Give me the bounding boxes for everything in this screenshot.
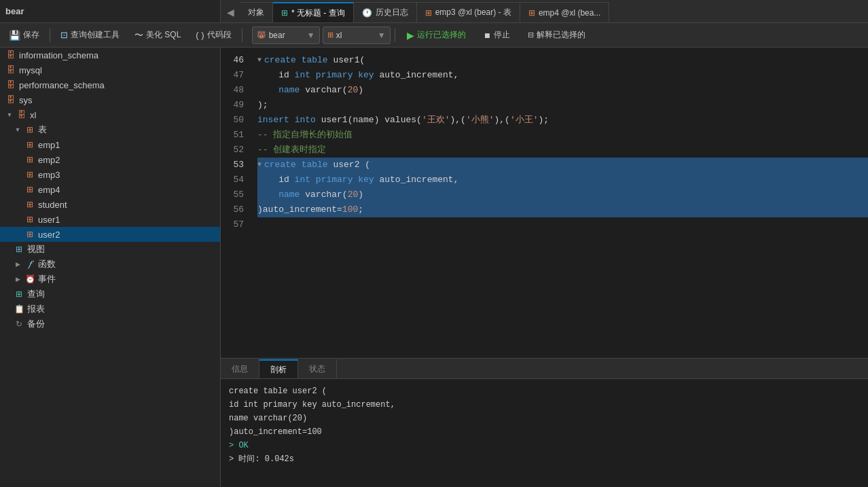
bottom-tab-analyze[interactable]: 剖析 bbox=[259, 359, 298, 378]
code-line-56: )auto_increment=100; bbox=[257, 202, 868, 217]
sidebar-item-performance-schema[interactable]: 🗄 performance_schema bbox=[0, 77, 220, 92]
schema-selector-value: xl bbox=[336, 31, 342, 40]
event-icon: ⏰ bbox=[24, 274, 35, 285]
toolbar-sep-2 bbox=[242, 29, 242, 42]
sidebar-item-information-schema[interactable]: 🗄 information_schema bbox=[0, 48, 220, 62]
db-selector-icon: 🐻 bbox=[257, 31, 266, 39]
code-button[interactable]: ( ) 代码段 bbox=[189, 26, 237, 44]
sidebar-item-label: 视图 bbox=[27, 243, 45, 255]
editor-content[interactable]: 46 47 48 49 50 51 52 53 54 55 56 57 ▼cre… bbox=[221, 48, 868, 358]
bottom-line-5: > OK bbox=[229, 439, 860, 452]
sidebar-item-sys[interactable]: 🗄 sys bbox=[0, 92, 220, 107]
tab-emp3-label: emp3 @xl (bear) - 表 bbox=[435, 7, 511, 18]
function-icon: 𝑓 bbox=[24, 259, 35, 270]
explain-button[interactable]: ⊟ 解释已选择的 bbox=[520, 26, 593, 44]
table-icon: ⊞ bbox=[24, 139, 35, 150]
save-label: 保存 bbox=[23, 29, 39, 41]
sidebar-item-emp4[interactable]: ⊞ emp4 bbox=[0, 182, 220, 197]
sidebar-item-xl-functions[interactable]: ▶ 𝑓 函数 bbox=[0, 257, 220, 272]
db-icon: 🗄 bbox=[5, 94, 16, 105]
sidebar-item-xl-events[interactable]: ▶ ⏰ 事件 bbox=[0, 272, 220, 287]
tab-query-label: * 无标题 - 查询 bbox=[291, 7, 345, 19]
line-47: 47 bbox=[221, 68, 252, 83]
sidebar-item-mysql[interactable]: 🗄 mysql bbox=[0, 62, 220, 77]
bottom-line-3: name varchar(20) bbox=[229, 412, 860, 425]
sidebar-item-label: sys bbox=[19, 95, 33, 105]
sidebar-item-xl-backup[interactable]: ↻ 备份 bbox=[0, 317, 220, 331]
db-selector[interactable]: 🐻 bear ▼ bbox=[252, 26, 320, 44]
right-panel: 46 47 48 49 50 51 52 53 54 55 56 57 ▼cre… bbox=[221, 48, 868, 487]
editor[interactable]: 46 47 48 49 50 51 52 53 54 55 56 57 ▼cre… bbox=[221, 48, 868, 358]
tab-history-label: 历史日志 bbox=[376, 7, 408, 18]
stop-icon: ⏹ bbox=[484, 31, 491, 39]
query-icon: ⊞ bbox=[14, 289, 24, 300]
sidebar-item-label: emp1 bbox=[38, 140, 60, 150]
bottom-tab-info[interactable]: 信息 bbox=[221, 359, 259, 378]
bottom-tab-analyze-label: 剖析 bbox=[270, 364, 287, 376]
tab-query-icon: ⊞ bbox=[281, 8, 288, 18]
tab-query-untitled[interactable]: ⊞ * 无标题 - 查询 bbox=[273, 2, 354, 22]
save-button[interactable]: 💾 保存 bbox=[3, 26, 46, 44]
schema-selector-arrow: ▼ bbox=[378, 31, 386, 40]
line-numbers: 46 47 48 49 50 51 52 53 54 55 56 57 bbox=[221, 48, 252, 358]
sidebar: 🗄 information_schema 🗄 mysql 🗄 performan… bbox=[0, 48, 221, 487]
bottom-tab-status-label: 状态 bbox=[309, 363, 325, 375]
sidebar-item-label: performance_schema bbox=[19, 80, 105, 90]
sidebar-item-label: 报表 bbox=[27, 303, 45, 315]
sidebar-item-student[interactable]: ⊞ student bbox=[0, 197, 220, 212]
code-line-54: id int primary key auto_increment, bbox=[257, 173, 868, 187]
schema-selector[interactable]: ⊞ xl ▼ bbox=[323, 26, 391, 44]
sidebar-item-xl-queries[interactable]: ⊞ 查询 bbox=[0, 287, 220, 302]
tab-emp3[interactable]: ⊞ emp3 @xl (bear) - 表 bbox=[417, 2, 520, 22]
run-button[interactable]: ▶ 运行已选择的 bbox=[399, 26, 473, 44]
db-icon: 🗄 bbox=[5, 79, 16, 90]
sidebar-item-emp3[interactable]: ⊞ emp3 bbox=[0, 167, 220, 182]
sidebar-item-label: 事件 bbox=[38, 273, 56, 285]
query-builder-button[interactable]: ⊡ 查询创建工具 bbox=[54, 26, 126, 44]
sidebar-item-xl-views[interactable]: ⊞ 视图 bbox=[0, 242, 220, 257]
sidebar-item-label: mysql bbox=[19, 65, 42, 75]
line-57: 57 bbox=[221, 217, 252, 232]
bottom-tab-info-label: 信息 bbox=[232, 363, 248, 375]
tab-object[interactable]: 对象 bbox=[240, 2, 273, 22]
bottom-line-6: > 时间: 0.042s bbox=[229, 452, 860, 466]
sidebar-item-emp1[interactable]: ⊞ emp1 bbox=[0, 137, 220, 152]
db-selector-group: 🐻 bear ▼ ⊞ xl ▼ bbox=[252, 26, 391, 44]
sidebar-item-xl-reports[interactable]: 📋 报表 bbox=[0, 302, 220, 317]
code-line-46: ▼create table user1( bbox=[257, 53, 868, 68]
sidebar-item-label: 函数 bbox=[38, 258, 56, 270]
code-line-47: id int primary key auto_increment, bbox=[257, 68, 868, 83]
sidebar-item-xl-tables[interactable]: ▼ ⊞ 表 bbox=[0, 122, 220, 137]
code-line-50: insert into user1(name) values('王欢'),('小… bbox=[257, 113, 868, 128]
sidebar-item-label: 表 bbox=[38, 124, 47, 136]
sidebar-item-label: emp2 bbox=[38, 155, 60, 165]
code-line-51: -- 指定自增长的初始值 bbox=[257, 128, 868, 143]
beautify-icon: 〜 bbox=[134, 29, 143, 41]
tab-nav-prev[interactable]: ◀ bbox=[221, 2, 240, 22]
db-icon: 🗄 bbox=[16, 109, 27, 120]
sidebar-item-user1[interactable]: ⊞ user1 bbox=[0, 212, 220, 227]
line-52: 52 bbox=[221, 143, 252, 158]
toolbar: 💾 保存 ⊡ 查询创建工具 〜 美化 SQL ( ) 代码段 🐻 bear ▼ … bbox=[0, 23, 868, 48]
beautify-button[interactable]: 〜 美化 SQL bbox=[128, 26, 187, 44]
sidebar-item-user2[interactable]: ⊞ user2 bbox=[0, 227, 220, 242]
query-builder-icon: ⊡ bbox=[60, 30, 68, 40]
bottom-tab-status[interactable]: 状态 bbox=[298, 359, 337, 378]
code-line-52: -- 创建表时指定 bbox=[257, 143, 868, 158]
tab-history[interactable]: 🕐 历史日志 bbox=[354, 2, 417, 22]
explain-icon: ⊟ bbox=[528, 31, 534, 39]
beautify-label: 美化 SQL bbox=[146, 29, 181, 41]
line-50: 50 bbox=[221, 113, 252, 128]
bottom-tabs: 信息 剖析 状态 bbox=[221, 359, 868, 379]
stop-button[interactable]: ⏹ 停止 bbox=[476, 26, 518, 44]
table-icon: ⊞ bbox=[24, 199, 35, 210]
code-line-53: ▼create table user2 ( bbox=[257, 158, 868, 173]
sidebar-item-label: 查询 bbox=[27, 288, 45, 300]
code-line-49: ); bbox=[257, 98, 868, 113]
report-icon: 📋 bbox=[14, 304, 24, 314]
sidebar-item-emp2[interactable]: ⊞ emp2 bbox=[0, 152, 220, 167]
tab-emp4[interactable]: ⊞ emp4 @xl (bea... bbox=[520, 2, 610, 22]
tab-bar: bear ◀ 对象 ⊞ * 无标题 - 查询 🕐 历史日志 ⊞ emp3 @xl… bbox=[0, 0, 868, 23]
code-area[interactable]: ▼create table user1( id int primary key … bbox=[252, 48, 868, 358]
sidebar-item-xl[interactable]: ▼ 🗄 xl bbox=[0, 107, 220, 122]
